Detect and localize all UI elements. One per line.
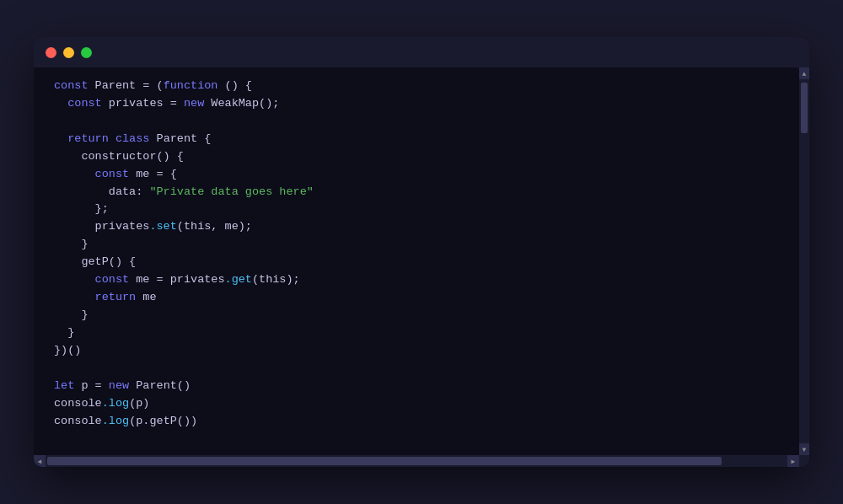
scroll-right-arrow[interactable]: ▶ xyxy=(787,455,799,467)
close-button[interactable] xyxy=(46,47,56,58)
code-scroll[interactable]: const Parent = (function () { const priv… xyxy=(34,67,799,455)
scroll-thumb-vertical[interactable] xyxy=(801,83,808,133)
scroll-up-arrow[interactable]: ▲ xyxy=(799,67,809,79)
editor-window: const Parent = (function () { const priv… xyxy=(34,37,809,467)
scroll-down-arrow[interactable]: ▼ xyxy=(799,443,809,455)
bottom-scrollbar-area: ◀ ▶ xyxy=(34,455,809,467)
vertical-scrollbar[interactable]: ▲ ▼ xyxy=(799,67,809,455)
minimize-button[interactable] xyxy=(63,47,74,58)
titlebar xyxy=(34,37,809,67)
scroll-left-arrow[interactable]: ◀ xyxy=(34,455,46,467)
code-block: const Parent = (function () { const priv… xyxy=(34,78,799,430)
maximize-button[interactable] xyxy=(81,47,92,58)
scroll-track-horizontal[interactable] xyxy=(46,455,787,467)
scroll-corner xyxy=(799,455,809,467)
scroll-track-vertical[interactable] xyxy=(799,79,809,443)
editor-area: const Parent = (function () { const priv… xyxy=(34,67,809,455)
scroll-thumb-horizontal[interactable] xyxy=(47,457,722,465)
